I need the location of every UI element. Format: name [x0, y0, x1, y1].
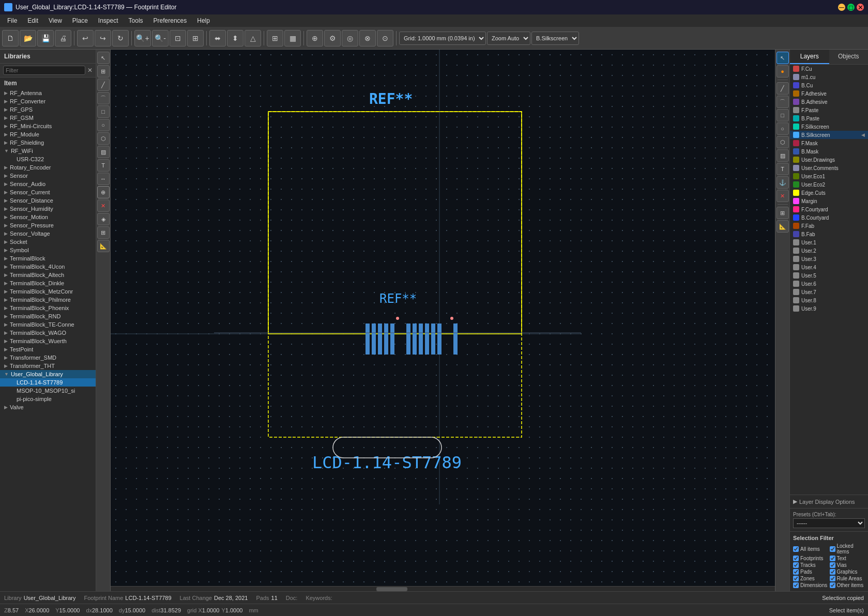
sf-checkbox-0[interactable] [793, 546, 799, 552]
print-button[interactable]: 🖨 [55, 30, 71, 47]
tree-item-15[interactable]: ▶Sensor_Motion [0, 213, 96, 221]
draw-line[interactable]: ╱ [97, 79, 110, 91]
tree-item-18[interactable]: ▶Socket [0, 238, 96, 246]
dimension-tool[interactable]: ↔ [97, 173, 110, 185]
minimize-button[interactable]: ─ [838, 4, 845, 11]
tools2-button[interactable]: ◎ [342, 30, 358, 47]
tree-item-19[interactable]: ▶Symbol [0, 246, 96, 254]
tree-item-5[interactable]: ▶RF_Module [0, 130, 96, 138]
layer-item-6[interactable]: B.Paste [790, 114, 868, 122]
hatch-fill[interactable]: ▨ [97, 146, 110, 158]
layer-item-1[interactable]: m1.cu [790, 73, 868, 81]
layer-item-11[interactable]: User.Drawings [790, 156, 868, 164]
tab-layers[interactable]: Layers [790, 50, 829, 64]
new-button[interactable]: 🗋 [2, 30, 19, 47]
redo2-button[interactable]: ↻ [112, 30, 129, 47]
layer-options-toggle[interactable]: ▶ Layer Display Options [793, 498, 865, 505]
clear-search-button[interactable]: ✕ [87, 67, 93, 74]
add-pad[interactable]: ⊕ [97, 186, 110, 198]
text-tool[interactable]: T [776, 163, 789, 175]
tree-item-22[interactable]: ▶TerminalBlock_Altech [0, 271, 96, 279]
select-tool[interactable]: ↖ [97, 52, 110, 64]
layer-item-24[interactable]: User.4 [790, 263, 868, 271]
sf-checkbox-3[interactable] [830, 556, 835, 561]
presets-select[interactable]: ------ [793, 518, 865, 528]
menu-inspect[interactable]: Inspect [93, 16, 124, 25]
tree-item-8[interactable]: USR-C322 [0, 155, 96, 163]
tree-item-29[interactable]: ▶TerminalBlock_WAGO [0, 329, 96, 337]
triangle-button[interactable]: △ [245, 30, 261, 47]
draw-poly[interactable]: ⬡ [97, 132, 110, 145]
layer-item-19[interactable]: F.Fab [790, 222, 868, 230]
search-input[interactable] [3, 66, 85, 75]
tree-item-33[interactable]: ▶Transformer_THT [0, 362, 96, 370]
open-button[interactable]: 📂 [20, 30, 36, 47]
close-button[interactable]: ✕ [857, 4, 864, 11]
anchor-tool[interactable]: ⚓ [776, 176, 789, 189]
zoom-in-button[interactable]: 🔍+ [134, 30, 151, 47]
mirror-y-button[interactable]: ⬍ [227, 30, 243, 47]
tools1-button[interactable]: ⚙ [324, 30, 341, 47]
hatch-tool[interactable]: ▨ [776, 149, 789, 162]
tree-item-25[interactable]: ▶TerminalBlock_Philmore [0, 296, 96, 304]
arc-tool[interactable]: ⌒ [776, 96, 789, 108]
polygon-tool[interactable]: ⬡ [776, 136, 789, 148]
layer-item-7[interactable]: F.Silkscreen [790, 122, 868, 131]
canvas-area[interactable]: REF** REF** LCD-1.14-ST7789 [111, 50, 775, 591]
layer-item-18[interactable]: B.Courtyard [790, 213, 868, 222]
tree-item-21[interactable]: ▶TerminalBlock_4Ucon [0, 263, 96, 271]
tree-item-38[interactable]: ▶Valve [0, 403, 96, 411]
tree-item-10[interactable]: ▶Sensor [0, 172, 96, 180]
redo-button[interactable]: ↪ [95, 30, 111, 47]
cursor-tool[interactable]: ↖ [776, 52, 789, 64]
sf-checkbox-11[interactable] [830, 582, 835, 588]
draw-rect[interactable]: □ [97, 105, 110, 118]
layer-item-4[interactable]: B.Adhesive [790, 98, 868, 106]
menu-tools[interactable]: Tools [124, 16, 148, 25]
zoom-out-button[interactable]: 🔍- [152, 30, 169, 47]
sf-checkbox-4[interactable] [793, 562, 799, 568]
layer-item-25[interactable]: User.5 [790, 271, 868, 280]
layer-item-0[interactable]: F.Cu [790, 65, 868, 73]
tab-objects[interactable]: Objects [829, 50, 869, 64]
tree-item-16[interactable]: ▶Sensor_Pressure [0, 221, 96, 229]
line-tool[interactable]: ╱ [776, 82, 789, 95]
layer-item-22[interactable]: User.2 [790, 247, 868, 255]
tree-item-11[interactable]: ▶Sensor_Audio [0, 180, 96, 188]
tree-item-13[interactable]: ▶Sensor_Distance [0, 196, 96, 205]
3d-viewer[interactable]: ◈ [97, 213, 110, 225]
tree-item-28[interactable]: ▶TerminalBlock_TE-Conne [0, 320, 96, 329]
tree-item-6[interactable]: ▶RF_Shielding [0, 138, 96, 147]
tree-item-31[interactable]: ▶TestPoint [0, 345, 96, 353]
layer-list[interactable]: F.Cum1.cuB.CuF.AdhesiveB.AdhesiveF.Paste… [790, 65, 868, 495]
layer-item-10[interactable]: B.Mask [790, 147, 868, 156]
tree-item-12[interactable]: ▶Sensor_Current [0, 188, 96, 196]
pad-array-button[interactable]: ▦ [284, 30, 301, 47]
menu-help[interactable]: Help [192, 16, 215, 25]
layer-item-13[interactable]: User.Eco1 [790, 172, 868, 180]
measure-tool[interactable]: 📐 [97, 240, 110, 252]
layer-item-21[interactable]: User.1 [790, 238, 868, 247]
draw-circle[interactable]: ○ [97, 119, 110, 131]
tree-item-23[interactable]: ▶TerminalBlock_Dinkle [0, 279, 96, 287]
layer-select[interactable]: B.Silkscreen [531, 32, 579, 45]
layer-item-9[interactable]: F.Mask [790, 139, 868, 147]
rect-tool[interactable]: □ [776, 109, 789, 121]
tree-item-27[interactable]: ▶TerminalBlock_RND [0, 312, 96, 320]
ruler-tool[interactable]: 📐 [776, 220, 789, 233]
circle-tool[interactable]: ○ [776, 122, 789, 135]
menu-place[interactable]: Place [67, 16, 93, 25]
tree-item-35[interactable]: LCD-1.14-ST7789 [0, 378, 96, 387]
tree-item-2[interactable]: ▶RF_GPS [0, 105, 96, 114]
menu-edit[interactable]: Edit [22, 16, 43, 25]
layer-item-16[interactable]: Margin [790, 197, 868, 205]
library-tree[interactable]: ▶RF_Antenna▶RF_Converter▶RF_GPS▶RF_GSM▶R… [0, 89, 96, 591]
pad-grid-button[interactable]: ⊞ [267, 30, 283, 47]
layer-item-17[interactable]: F.Courtyard [790, 205, 868, 213]
tree-item-26[interactable]: ▶TerminalBlock_Phoenix [0, 304, 96, 312]
zoom-area-button[interactable]: ⊞ [187, 30, 204, 47]
layer-item-12[interactable]: User.Comments [790, 164, 868, 172]
tree-item-17[interactable]: ▶Sensor_Voltage [0, 229, 96, 238]
tree-item-9[interactable]: ▶Rotary_Encoder [0, 163, 96, 172]
layer-item-15[interactable]: Edge.Cuts [790, 189, 868, 197]
